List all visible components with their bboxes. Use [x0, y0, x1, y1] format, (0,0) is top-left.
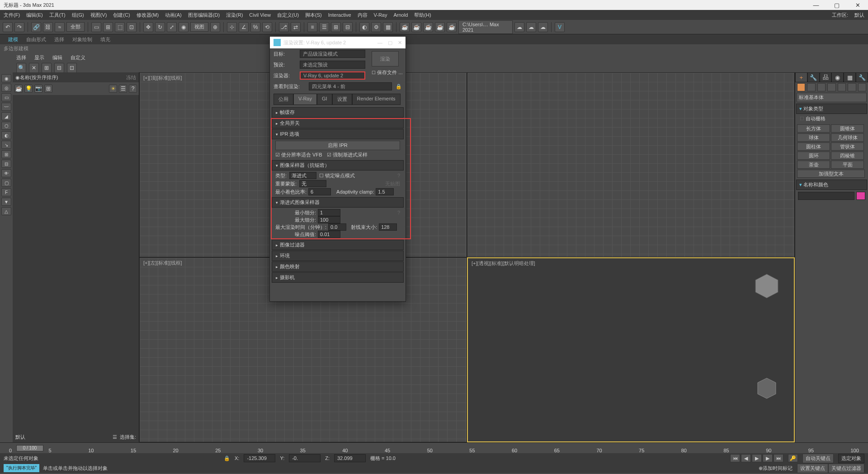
torus-button[interactable]: 圆环 — [797, 152, 830, 160]
strip-icon[interactable]: ◐ — [1, 131, 11, 139]
minsub-input[interactable]: 1 — [318, 209, 340, 216]
cloud3-icon[interactable]: ☁ — [538, 22, 548, 32]
mirror-icon[interactable]: ⇄ — [291, 22, 301, 32]
render-setup-icon[interactable]: ⚙ — [371, 22, 381, 32]
tab-vray[interactable]: V-Ray — [293, 94, 317, 105]
layers-icon[interactable]: ☰ — [113, 434, 117, 440]
lock-icon[interactable]: 🔒 — [224, 455, 230, 461]
maximize-button[interactable]: ▢ — [826, 0, 847, 10]
selection-lock-icon[interactable]: ⎇ — [279, 22, 289, 32]
menu-file[interactable]: 文件(F) — [4, 12, 20, 19]
goto-start-button[interactable]: ⏮ — [730, 454, 740, 462]
cameras-tab[interactable] — [827, 83, 835, 91]
modify-tab[interactable]: 🔧 — [807, 72, 820, 82]
snap-icon[interactable]: ⊹ — [227, 22, 237, 32]
camera-icon[interactable]: 📷 — [34, 85, 42, 93]
helper-icon[interactable]: ⊞ — [44, 85, 52, 93]
link-icon[interactable]: 🔗 — [31, 22, 41, 32]
menu-create[interactable]: 创建(C) — [113, 12, 130, 19]
tab-elements[interactable]: Render Elements — [352, 94, 401, 105]
render-button[interactable]: 渲染 — [372, 51, 399, 66]
rollout-global[interactable]: 全局开关 — [272, 118, 404, 128]
tool-icon2[interactable]: ✕ — [29, 63, 39, 73]
tab-gi[interactable]: GI — [317, 94, 332, 105]
scene-tree[interactable] — [13, 95, 139, 431]
rollout-camera[interactable]: 摄影机 — [272, 272, 404, 283]
schematic-icon[interactable]: ⊟ — [343, 22, 353, 32]
rollout-imgfilter[interactable]: 图像过滤器 — [272, 240, 404, 250]
ribbon-tab-freeform[interactable]: 自由形式 — [26, 36, 46, 43]
goto-end-button[interactable]: ⏭ — [774, 454, 783, 462]
teapot-icon[interactable]: ☕ — [14, 85, 23, 93]
sel-custom[interactable]: 自定义 — [71, 54, 85, 61]
rollout-colormap[interactable]: 颜色映射 — [272, 261, 404, 272]
spacewarps-tab[interactable] — [848, 83, 856, 91]
maxtime-input[interactable]: 0.0 — [328, 223, 346, 231]
sel-display[interactable]: 显示 — [34, 54, 44, 61]
autokey-button[interactable]: 自动关键点 — [802, 454, 834, 463]
workspace-value[interactable]: 默认 — [854, 12, 864, 19]
teapot3-icon[interactable]: ☕ — [423, 22, 433, 32]
list-icon[interactable]: ☰ — [119, 85, 127, 93]
shapes-tab[interactable] — [807, 83, 815, 91]
hierarchy-tab[interactable]: 品 — [820, 72, 832, 82]
menu-arnold[interactable]: Arnold — [394, 12, 408, 18]
preset-dropdown[interactable]: 未选定预设 — [300, 61, 365, 69]
spinner-snap-icon[interactable]: ⟲ — [262, 22, 272, 32]
menu-render[interactable]: 渲染(R) — [226, 12, 243, 19]
mask-dropdown[interactable]: 无 — [299, 180, 326, 187]
placement-icon[interactable]: ◉ — [179, 22, 189, 32]
menu-script[interactable]: 脚本(S) — [305, 12, 322, 19]
menu-help[interactable]: 帮助(H) — [414, 12, 431, 19]
vray-icon[interactable]: V — [555, 22, 565, 32]
redo-icon[interactable]: ↷ — [14, 22, 24, 32]
rollout-progressive[interactable]: 渐进式图像采样器 — [272, 197, 404, 208]
teapot-button[interactable]: 茶壶 — [797, 161, 830, 169]
rollout-env[interactable]: 环境 — [272, 251, 404, 261]
menu-content[interactable]: 内容 — [358, 12, 368, 19]
strip-icon[interactable]: ◢ — [1, 112, 11, 120]
name-input[interactable] — [798, 192, 854, 200]
plane-button[interactable]: 平面 — [831, 161, 864, 169]
menu-custom[interactable]: 自定义(U) — [277, 12, 299, 19]
next-frame-button[interactable]: ▶ — [763, 454, 773, 462]
systems-tab[interactable] — [858, 83, 866, 91]
force-prog-check[interactable]: ☑ 强制渐进式采样 — [327, 152, 368, 158]
ribbon-tab-select[interactable]: 选择 — [54, 36, 64, 43]
coord-dropdown[interactable]: 视图 — [190, 22, 208, 32]
strip-icon[interactable]: F — [1, 188, 11, 196]
select-icon[interactable]: ▭ — [91, 22, 101, 32]
close-button[interactable]: ✕ — [847, 0, 868, 10]
selobj-dropdown[interactable]: 选定对象 — [838, 454, 864, 463]
adapt-input[interactable]: 1.5 — [376, 188, 394, 195]
viewport-perspective[interactable]: [+][透视][标准][默认明暗处理] — [467, 257, 795, 442]
undo-icon[interactable]: ↶ — [3, 22, 13, 32]
layers-icon[interactable]: ☰ — [319, 22, 329, 32]
key-mode-button[interactable]: 🔑 — [788, 454, 798, 462]
menu-graph[interactable]: 图形编辑器(D) — [188, 12, 220, 19]
raybundle-input[interactable]: 128 — [379, 223, 397, 231]
select-name-icon[interactable]: ⊞ — [103, 22, 113, 32]
menu-edit[interactable]: 编辑(E) — [26, 12, 43, 19]
x-coord[interactable]: -125.309 — [244, 454, 275, 462]
strip-icon[interactable]: △ — [1, 207, 11, 215]
dialog-titlebar[interactable]: 渲染设置: V-Ray 6, update 2 — ▢ ✕ — [270, 37, 406, 48]
menu-view[interactable]: 视图(V) — [90, 12, 107, 19]
strip-icon[interactable]: ◉ — [1, 74, 11, 82]
sel-edit[interactable]: 编辑 — [52, 54, 62, 61]
curve-editor-icon[interactable]: ⊞ — [331, 22, 341, 32]
timeline[interactable]: 0 / 100 05101520253035404550556065707580… — [0, 442, 868, 453]
move-icon[interactable]: ✥ — [143, 22, 153, 32]
cloud1-icon[interactable]: ☁ — [514, 22, 524, 32]
ribbon-tab-paint[interactable]: 对象绘制 — [72, 36, 92, 43]
scale-icon[interactable]: ⤢ — [167, 22, 177, 32]
y-coord[interactable]: -0. — [289, 454, 321, 462]
renderer-dropdown[interactable]: V-Ray 6, update 2 — [300, 71, 365, 80]
teapot2-icon[interactable]: ☕ — [411, 22, 421, 32]
path-box[interactable]: C:\Users\… Max 2021 — [458, 20, 513, 34]
sphere-button[interactable]: 球体 — [797, 133, 830, 142]
rollout-framecache[interactable]: 帧缓存 — [272, 107, 404, 118]
lock-icon[interactable]: 🔒 — [396, 84, 402, 90]
teapot-render-icon[interactable]: ☕ — [400, 22, 410, 32]
strip-icon[interactable]: ◎ — [1, 84, 11, 92]
